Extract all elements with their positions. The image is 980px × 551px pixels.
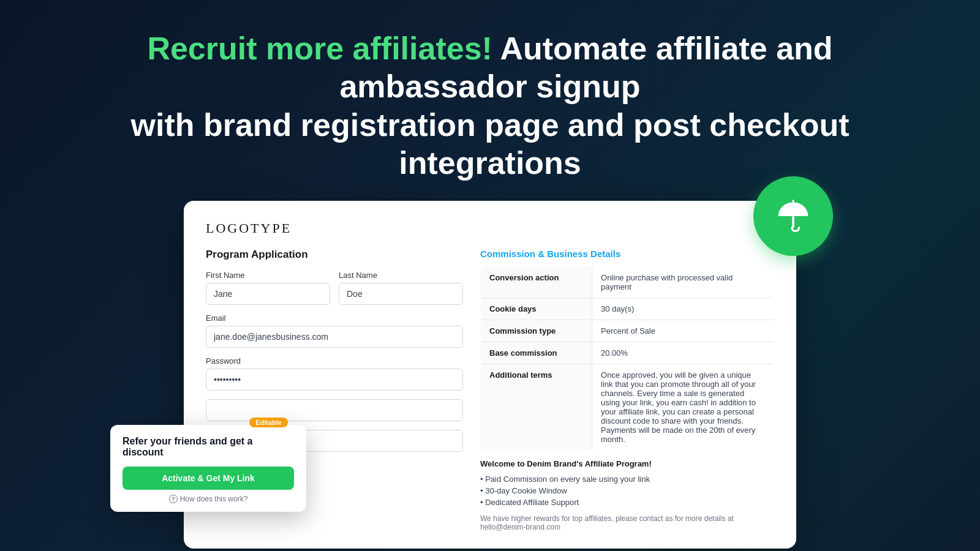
commission-value-base: 20.00% bbox=[592, 342, 774, 364]
commission-label-type: Commission type bbox=[481, 320, 592, 342]
editable-badge: Editable bbox=[249, 418, 288, 427]
password-input[interactable] bbox=[206, 369, 463, 391]
header-title: Recruit more affiliates! Automate affili… bbox=[110, 29, 870, 182]
password-group: Password bbox=[206, 356, 463, 391]
welcome-item-3: Dedicated Affiliate Support bbox=[480, 497, 774, 508]
welcome-item-2: 30-day Cookie Window bbox=[480, 485, 774, 497]
email-group: Email bbox=[206, 313, 463, 348]
how-it-works-label: How does this work? bbox=[180, 495, 248, 503]
last-name-input[interactable] bbox=[339, 283, 463, 305]
commission-row-type: Commission type Percent of Sale bbox=[481, 320, 774, 342]
extra-input-1[interactable] bbox=[206, 399, 463, 421]
extra-group-1 bbox=[206, 399, 463, 421]
right-panel: Commission & Business Details Conversion… bbox=[480, 249, 774, 531]
commission-value-cookie: 30 day(s) bbox=[592, 298, 774, 320]
first-name-label: First Name bbox=[206, 271, 330, 280]
header-section: Recruit more affiliates! Automate affili… bbox=[61, 0, 919, 201]
first-name-group: First Name bbox=[206, 271, 330, 305]
outer-container: LOGOTYPE Program Application First Name … bbox=[184, 201, 796, 549]
commission-value-type: Percent of Sale bbox=[592, 320, 774, 342]
welcome-item-1: Paid Commission on every sale using your… bbox=[480, 473, 774, 485]
info-icon: ? bbox=[169, 495, 178, 503]
logotype: LOGOTYPE bbox=[206, 220, 774, 236]
password-label: Password bbox=[206, 356, 463, 365]
how-it-works-link[interactable]: ? How does this work? bbox=[123, 495, 294, 503]
commission-label-cookie: Cookie days bbox=[481, 298, 592, 320]
first-name-input[interactable] bbox=[206, 283, 330, 305]
last-name-label: Last Name bbox=[339, 271, 463, 280]
commission-row-additional: Additional terms Once approved, you will… bbox=[481, 364, 774, 450]
welcome-section: Welcome to Denim Brand's Affiliate Progr… bbox=[480, 459, 774, 531]
welcome-title: Welcome to Denim Brand's Affiliate Progr… bbox=[480, 459, 774, 468]
program-application-title: Program Application bbox=[206, 249, 463, 261]
welcome-list: Paid Commission on every sale using your… bbox=[480, 473, 774, 508]
email-label: Email bbox=[206, 313, 463, 323]
email-row: Email bbox=[206, 313, 463, 348]
extra-row-1 bbox=[206, 399, 463, 421]
commission-label-additional: Additional terms bbox=[481, 364, 592, 450]
activate-button[interactable]: Activate & Get My Link bbox=[123, 467, 294, 490]
commission-title: Commission & Business Details bbox=[480, 249, 774, 259]
commission-label-base: Base commission bbox=[481, 342, 592, 364]
commission-value-additional: Once approved, you will be given a uniqu… bbox=[592, 364, 774, 450]
header-green-text: Recruit more affiliates! bbox=[147, 31, 492, 66]
referral-text: Refer your friends and get a discount bbox=[123, 436, 294, 458]
commission-value-conversion: Online purchase with processed valid pay… bbox=[592, 266, 774, 298]
commission-table: Conversion action Online purchase with p… bbox=[480, 266, 774, 451]
referral-card: Editable Refer your friends and get a di… bbox=[110, 425, 306, 512]
last-name-group: Last Name bbox=[339, 271, 463, 305]
svg-rect-0 bbox=[792, 216, 794, 228]
password-row: Password bbox=[206, 356, 463, 391]
commission-row-conversion: Conversion action Online purchase with p… bbox=[481, 266, 774, 298]
name-row: First Name Last Name bbox=[206, 271, 463, 305]
commission-row-cookie: Cookie days 30 day(s) bbox=[481, 298, 774, 320]
email-input[interactable] bbox=[206, 326, 463, 348]
welcome-footer: We have higher rewards for top affiliate… bbox=[480, 514, 774, 531]
green-circle-icon bbox=[753, 176, 833, 256]
commission-row-base: Base commission 20.00% bbox=[481, 342, 774, 364]
header-line2: with brand registration page and post ch… bbox=[130, 107, 849, 181]
umbrella-icon bbox=[775, 198, 812, 234]
commission-label-conversion: Conversion action bbox=[481, 266, 592, 298]
